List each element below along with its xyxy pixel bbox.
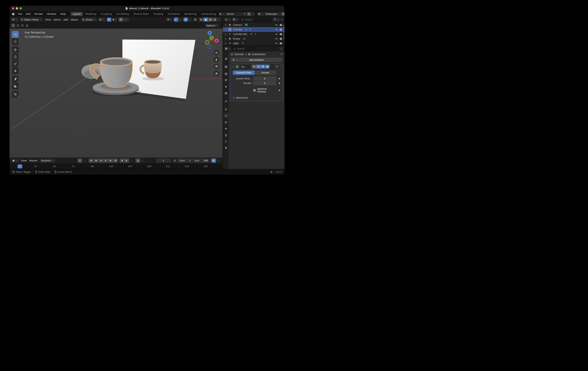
disclosure-triangle-icon[interactable]: ❯ <box>225 38 227 40</box>
timeline-ruler[interactable]: 1 24487296120144168192216240 <box>10 164 222 169</box>
tool-move[interactable] <box>12 46 19 53</box>
select-mode-subtract[interactable] <box>20 23 24 28</box>
overlays-toggle[interactable] <box>183 18 188 22</box>
menu-help[interactable]: Help <box>59 12 67 16</box>
expand-panel-icon[interactable] <box>232 66 234 68</box>
pin-icon[interactable] <box>280 53 283 55</box>
transform-orientation-dropdown[interactable]: Global <box>81 18 97 22</box>
eye-icon[interactable] <box>275 24 278 26</box>
catmull-clark-button[interactable]: Catmull-Clark <box>233 71 254 75</box>
outliner-search[interactable] <box>240 18 272 22</box>
camera-icon[interactable] <box>280 24 282 26</box>
scene-3d[interactable] <box>10 29 222 158</box>
camera-icon[interactable] <box>280 28 282 31</box>
workspace-tab-rendering[interactable]: Rendering <box>182 12 199 16</box>
properties-tab-world[interactable] <box>223 91 229 96</box>
object-name[interactable]: Camera <box>233 24 242 26</box>
new-view-layer-icon[interactable] <box>282 13 284 15</box>
camera-view-button[interactable] <box>214 64 219 69</box>
eye-icon[interactable] <box>275 37 278 40</box>
outliner-row-camera[interactable]: ❯Camera <box>223 23 284 27</box>
outliner-display-mode-dropdown[interactable] <box>232 18 239 22</box>
viewport-menu-add[interactable]: Add <box>62 18 69 22</box>
close-window-button[interactable] <box>12 7 14 10</box>
shading-rendered-button[interactable] <box>213 18 217 22</box>
tool-add-cube[interactable] <box>12 91 19 98</box>
gizmo-axis-neg-y[interactable] <box>205 41 209 44</box>
jump-to-end-button[interactable] <box>113 158 118 163</box>
properties-tab-constraints[interactable] <box>223 133 229 138</box>
play-reverse-button[interactable] <box>98 158 103 163</box>
select-mode-intersect[interactable] <box>25 23 29 28</box>
properties-tab-tool[interactable] <box>223 56 229 61</box>
render-display-toggle[interactable] <box>265 65 270 69</box>
play-button[interactable] <box>103 158 108 163</box>
start-frame-field[interactable]: Start1 <box>178 158 193 163</box>
menu-edit[interactable]: Edit <box>24 12 32 16</box>
delete-modifier-button[interactable]: ✕ <box>276 65 278 68</box>
object-name[interactable]: Cylinder <box>233 28 242 31</box>
properties-tab-render[interactable] <box>223 64 229 69</box>
keying-set-button[interactable] <box>77 158 82 163</box>
sync-dropdown[interactable] <box>216 158 221 163</box>
gizmos-toggle[interactable] <box>174 18 178 22</box>
navigation-gizmo[interactable]: ZYX <box>200 31 220 51</box>
workspace-tab-compositing[interactable]: Compositing <box>199 12 218 16</box>
shading-dropdown[interactable] <box>217 18 221 22</box>
camera-icon[interactable] <box>280 33 282 35</box>
pin-icon[interactable] <box>243 13 246 15</box>
current-frame-field[interactable]: 1 <box>156 158 171 163</box>
menu-window[interactable]: Window <box>45 12 58 16</box>
select-mode-extend[interactable] <box>16 23 20 28</box>
shading-wireframe-button[interactable] <box>199 18 203 22</box>
disclosure-triangle-icon[interactable]: ❯ <box>225 29 227 31</box>
view-layer-selector[interactable]: ViewLayer ✕ <box>257 12 284 16</box>
timeline-menu-marker[interactable]: Marker <box>28 159 39 163</box>
gizmos-dropdown[interactable] <box>178 18 182 22</box>
viewport-menu-object[interactable]: Object <box>69 18 80 22</box>
gizmo-axis-neg-z[interactable] <box>208 45 212 49</box>
snap-toggle[interactable] <box>107 18 111 22</box>
proportional-edit-toggle[interactable] <box>119 18 123 22</box>
tool-measure[interactable] <box>12 83 19 90</box>
previous-keyframe-button[interactable] <box>94 158 98 163</box>
zoom-in-button[interactable] <box>214 50 219 55</box>
disclosure-triangle-icon[interactable]: ❯ <box>225 42 227 44</box>
camera-icon[interactable] <box>280 42 282 45</box>
eye-icon[interactable] <box>275 42 278 45</box>
levels-viewport-field[interactable]: 3 <box>253 76 276 81</box>
tool-rotate[interactable] <box>12 53 19 60</box>
workspace-tab-sculpting[interactable]: Sculpting <box>99 12 114 16</box>
playback-dropdown[interactable]: Playback <box>40 159 55 163</box>
playback-sync-button[interactable] <box>211 158 216 163</box>
delete-scene-button[interactable]: ✕ <box>251 13 255 15</box>
animate-decorator[interactable] <box>279 90 280 91</box>
breadcrumb-object[interactable]: Cylinder <box>234 53 244 56</box>
viewport-menu-select[interactable]: Select <box>52 18 62 22</box>
properties-tab-view-layer[interactable] <box>223 77 229 83</box>
shading-solid-button[interactable] <box>203 18 208 22</box>
properties-tab-scene[interactable] <box>223 84 229 89</box>
timeline-menu-view[interactable]: View <box>20 159 28 163</box>
workspace-tab-animation[interactable]: Animation <box>166 12 182 16</box>
options-dropdown[interactable]: Options <box>205 23 220 28</box>
view-layer-name[interactable]: ViewLayer <box>264 13 281 15</box>
disclosure-triangle-icon[interactable]: ❯ <box>225 24 227 26</box>
advanced-section-toggle[interactable]: ❯ Advanced <box>233 96 283 99</box>
properties-tab-collection[interactable] <box>223 99 229 104</box>
simple-button[interactable]: Simple <box>254 71 276 75</box>
snap-to-dropdown[interactable] <box>111 18 117 22</box>
tool-transform[interactable] <box>12 67 19 74</box>
properties-options-dropdown[interactable] <box>279 47 283 51</box>
outliner-row-empty[interactable]: ❯Empty <box>223 36 284 41</box>
properties-tab-data[interactable] <box>223 139 229 144</box>
tool-annotate[interactable] <box>12 76 19 82</box>
tool-scale[interactable] <box>12 60 19 67</box>
new-collection-icon[interactable] <box>281 18 283 21</box>
minimize-window-button[interactable] <box>16 7 18 10</box>
realtime-display-toggle[interactable] <box>261 65 265 69</box>
properties-tab-object[interactable] <box>223 107 229 112</box>
disclosure-triangle-icon[interactable]: ❯ <box>225 33 227 35</box>
blender-logo-icon[interactable] <box>11 12 15 16</box>
end-frame-field[interactable]: End250 <box>193 158 210 163</box>
